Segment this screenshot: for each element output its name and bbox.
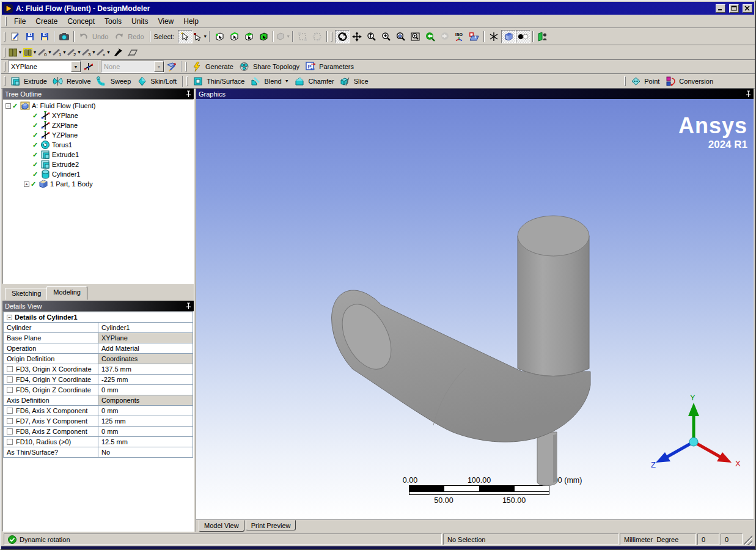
parameters-icon[interactable]: P (303, 60, 318, 73)
tree-item-torus1[interactable]: ✓Torus1 (3, 140, 193, 150)
vertices-display-button[interactable] (125, 46, 140, 59)
minimize-button[interactable] (716, 4, 725, 13)
box-zoom-button[interactable] (408, 30, 423, 43)
tree-item-cylinder1[interactable]: ✓Cylinder1 (3, 169, 193, 179)
screenshot-camera-button[interactable] (57, 30, 72, 43)
extrude-icon[interactable] (8, 75, 23, 88)
tree-item-a-fluid-flow-fluent-[interactable]: −✓A: Fluid Flow (Fluent) (3, 101, 193, 111)
conversion-label[interactable]: Conversion (678, 75, 717, 88)
redo-label[interactable]: Redo (127, 30, 147, 43)
menu-grip[interactable] (5, 16, 7, 26)
menu-view[interactable]: View (153, 16, 178, 27)
tree-item-zxplane[interactable]: ✓ZXPlane (3, 120, 193, 130)
collapse-icon[interactable]: − (6, 103, 11, 109)
details-row-value[interactable]: Coordinates (98, 354, 193, 364)
revolve-label[interactable]: Revolve (65, 75, 95, 88)
previous-view-button[interactable] (423, 30, 438, 43)
zoom-in-button[interactable] (379, 30, 394, 43)
generate-toolbar-grip[interactable] (185, 62, 187, 72)
close-button[interactable] (743, 4, 752, 13)
tree-item-1-part-1-body[interactable]: +✓1 Part, 1 Body (3, 179, 193, 189)
tree-item-yzplane[interactable]: ✓YZPlane (3, 130, 193, 140)
edges-joined-3-dropdown[interactable]: 3▼ (81, 46, 96, 59)
save-as-button[interactable] (37, 30, 52, 43)
details-row-value[interactable]: No (98, 447, 193, 458)
redo-icon[interactable] (112, 30, 127, 43)
parameter-checkbox[interactable] (7, 408, 13, 414)
edges-joined-1-dropdown[interactable]: 1▼ (52, 46, 67, 59)
conversion-icon[interactable] (663, 75, 678, 88)
edges-joined-0-dropdown[interactable]: 0▼ (37, 46, 52, 59)
parameter-checkbox[interactable] (7, 387, 13, 393)
undo-icon[interactable] (76, 30, 91, 43)
toolbar1-grip[interactable] (4, 32, 6, 42)
rotate-button[interactable] (335, 30, 350, 43)
tab-model-view[interactable]: Model View (199, 520, 244, 532)
select-body-filter-button[interactable] (256, 30, 271, 43)
generate-label[interactable]: Generate (204, 60, 237, 73)
thin-surface-icon[interactable] (191, 75, 205, 88)
toolbar2-grip[interactable] (4, 48, 6, 57)
parameter-checkbox[interactable] (7, 439, 13, 445)
viewport-3d[interactable]: Ansys 2024 R1 0.00 100.00 200.00 (mm) (196, 99, 754, 519)
skinloft-icon[interactable] (134, 75, 149, 88)
menu-create[interactable]: Create (31, 16, 62, 27)
extrude-label[interactable]: Extrude (23, 75, 51, 88)
details-row-value[interactable]: 0 mm (98, 427, 193, 437)
undo-label[interactable]: Undo (91, 30, 112, 43)
details-row-value[interactable]: Add Material (98, 343, 193, 354)
pan-button[interactable] (350, 30, 364, 43)
details-row-value[interactable]: 12.5 mm (98, 437, 193, 447)
display-plane-axes-button[interactable] (486, 30, 501, 43)
parameter-checkbox[interactable] (7, 376, 13, 383)
new-sketch-button[interactable] (164, 60, 179, 73)
select-cursor-dropdown[interactable]: ▼ (193, 30, 207, 43)
edge-direction-pin-button[interactable] (111, 46, 125, 59)
modify-toolbar-grip[interactable] (186, 76, 188, 86)
collapse-icon[interactable]: − (7, 315, 12, 320)
details-row-value[interactable]: -225 mm (98, 375, 193, 385)
save-button[interactable] (23, 30, 37, 43)
look-at-face-button[interactable] (535, 30, 550, 43)
parameter-checkbox[interactable] (7, 418, 13, 424)
extend-selection-dropdown[interactable]: ▼ (276, 30, 290, 43)
expand-icon[interactable]: + (24, 182, 29, 187)
share-topology-icon[interactable] (237, 60, 252, 73)
pin-icon[interactable] (186, 302, 191, 310)
pin-icon[interactable] (186, 90, 191, 98)
toolbar3-grip[interactable] (4, 62, 6, 72)
select-edge-filter-button[interactable] (227, 30, 241, 43)
axis-triad[interactable]: Y X Z (651, 394, 743, 477)
point-label[interactable]: Point (643, 75, 663, 88)
plane-selector-dropdown-icon[interactable]: ▼ (71, 61, 81, 72)
lasso-select-button[interactable] (310, 30, 325, 43)
details-row-value[interactable]: 0 mm (98, 406, 193, 416)
menu-concept[interactable]: Concept (62, 16, 100, 27)
details-row-value[interactable]: Cylinder1 (98, 323, 193, 333)
display-model-button[interactable] (501, 30, 516, 43)
slice-label[interactable]: Slice (353, 75, 372, 88)
generate-icon[interactable] (189, 60, 204, 73)
point-toolbar-grip[interactable] (624, 76, 626, 86)
display-points-toggle[interactable] (516, 30, 530, 43)
toolbar4-grip[interactable] (4, 76, 6, 86)
resize-grip[interactable] (744, 534, 752, 545)
share-topology-label[interactable]: Share Topology (252, 60, 303, 73)
edges-joined-multiple-dropdown[interactable]: x▼ (96, 46, 111, 59)
iso-view-button[interactable]: ISO (452, 30, 467, 43)
sketch-selector[interactable]: None ▼ (101, 61, 164, 73)
parameter-checkbox[interactable] (7, 366, 13, 372)
details-row-value[interactable]: 0 mm (98, 385, 193, 395)
sweep-icon[interactable] (95, 75, 109, 88)
tree-item-xyplane[interactable]: ✓XYPlane (3, 111, 193, 120)
pin-icon[interactable] (746, 90, 751, 98)
sweep-label[interactable]: Sweep (109, 75, 135, 88)
tree-item-extrude1[interactable]: ✓Extrude1 (3, 150, 193, 160)
parameter-checkbox[interactable] (7, 428, 13, 435)
menu-units[interactable]: Units (127, 16, 153, 27)
select-vertex-filter-button[interactable] (212, 30, 227, 43)
tree-item-extrude2[interactable]: ✓Extrude2 (3, 160, 193, 169)
chamfer-icon[interactable] (293, 75, 307, 88)
plane-selector[interactable]: XYPlane ▼ (8, 61, 81, 73)
next-view-button[interactable] (438, 30, 452, 43)
